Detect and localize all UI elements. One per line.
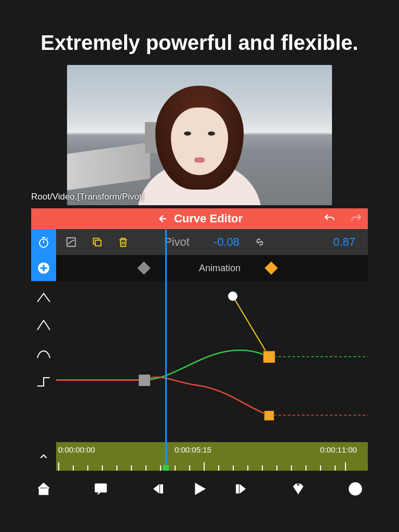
keyframe-marker-active[interactable] bbox=[264, 261, 277, 274]
premium-diamond-icon[interactable] bbox=[291, 482, 305, 496]
link-icon[interactable] bbox=[254, 236, 265, 248]
ruler-tick-minor bbox=[160, 466, 161, 471]
svg-rect-4 bbox=[96, 484, 107, 492]
add-keyframe-button[interactable] bbox=[31, 255, 56, 281]
bezier-interp-icon[interactable] bbox=[36, 348, 51, 360]
timecode-start: 0:00:00:00 bbox=[58, 445, 95, 454]
curve-editor-header: Curve Editor bbox=[31, 208, 368, 229]
keyframe-handle-start[interactable] bbox=[139, 375, 150, 386]
ruler-tick-minor bbox=[320, 466, 321, 471]
playhead-handle[interactable] bbox=[163, 465, 169, 471]
curve-graph-area bbox=[31, 281, 368, 442]
ruler-tick-minor bbox=[276, 466, 277, 471]
ruler-tick-minor bbox=[335, 466, 336, 471]
ruler-tick-minor bbox=[291, 466, 292, 471]
keyframe-handle-red[interactable] bbox=[264, 410, 274, 421]
video-preview[interactable] bbox=[67, 65, 332, 205]
keyframe-handle-green[interactable] bbox=[263, 351, 275, 363]
ruler-tick-minor bbox=[87, 466, 88, 471]
ruler-tick-minor bbox=[189, 466, 190, 471]
green-curve[interactable] bbox=[56, 350, 269, 380]
play-icon[interactable] bbox=[191, 481, 208, 497]
playhead-line[interactable] bbox=[165, 230, 167, 471]
marketing-heading: Extremely powerful and flexible. bbox=[0, 31, 399, 55]
step-back-icon[interactable] bbox=[151, 482, 165, 496]
ruler-tick-major bbox=[345, 462, 346, 471]
timecode-mid: 0:00:05:15 bbox=[175, 445, 211, 454]
red-curve[interactable] bbox=[56, 377, 269, 415]
ruler-tick-minor bbox=[305, 466, 307, 471]
home-icon[interactable] bbox=[36, 482, 51, 496]
keyframe-marker-inactive[interactable] bbox=[137, 261, 150, 274]
timeline-ruler-row: 0:00:00:00 0:00:05:15 0:00:11:00 bbox=[31, 442, 368, 471]
animation-keyframe-row: Animation bbox=[31, 255, 368, 281]
header-title: Curve Editor bbox=[174, 212, 243, 225]
bottom-toolbar bbox=[31, 476, 368, 502]
tangent-handle[interactable] bbox=[228, 291, 237, 301]
curve-graph-icon[interactable] bbox=[65, 236, 77, 248]
ruler-tick-minor bbox=[233, 466, 234, 471]
ruler-tick-minor bbox=[116, 466, 117, 471]
comments-icon[interactable] bbox=[94, 482, 108, 496]
copy-icon[interactable] bbox=[91, 236, 103, 248]
ruler-tick-major bbox=[58, 462, 59, 471]
ruler-tick-minor bbox=[218, 466, 219, 471]
timeline-ruler[interactable]: 0:00:00:00 0:00:05:15 0:00:11:00 bbox=[56, 442, 368, 471]
ruler-tick-minor bbox=[247, 466, 248, 471]
tangent-line[interactable] bbox=[233, 296, 269, 357]
animation-label: Animation bbox=[199, 263, 241, 274]
ruler-tick-minor bbox=[131, 466, 132, 471]
svg-rect-5 bbox=[161, 485, 163, 493]
linear-interp-icon[interactable] bbox=[36, 291, 51, 304]
timecode-end: 0:00:11:00 bbox=[320, 445, 357, 454]
ruler-tick-major bbox=[204, 462, 205, 471]
help-icon[interactable] bbox=[348, 482, 363, 496]
interpolation-tools bbox=[31, 281, 56, 442]
property-value-x[interactable]: -0.08 bbox=[214, 235, 240, 249]
step-forward-icon[interactable] bbox=[234, 482, 248, 496]
property-name: Pivot bbox=[164, 235, 190, 249]
preview-area: Root/Video.[Transform/Pivot] bbox=[31, 65, 368, 205]
property-value-y[interactable]: 0.87 bbox=[333, 235, 355, 249]
ease-interp-icon[interactable] bbox=[36, 320, 51, 332]
ruler-tick-minor bbox=[175, 466, 176, 471]
ruler-tick-minor bbox=[145, 466, 147, 471]
back-icon[interactable] bbox=[156, 213, 168, 224]
ruler-tick-minor bbox=[102, 466, 103, 471]
scene-figure bbox=[132, 70, 267, 205]
layer-path-breadcrumb: Root/Video.[Transform/Pivot] bbox=[31, 192, 144, 202]
curve-canvas[interactable] bbox=[56, 281, 368, 442]
property-options-row: Pivot -0.08 0.87 bbox=[31, 229, 368, 255]
trash-icon[interactable] bbox=[117, 236, 129, 248]
ruler-tick-minor bbox=[262, 466, 263, 471]
timer-tab[interactable] bbox=[31, 229, 56, 255]
ruler-expand-icon[interactable] bbox=[31, 442, 56, 471]
step-interp-icon[interactable] bbox=[36, 376, 51, 388]
redo-icon[interactable] bbox=[350, 212, 363, 225]
undo-icon[interactable] bbox=[323, 212, 336, 225]
ruler-tick-minor bbox=[73, 466, 74, 471]
svg-rect-6 bbox=[236, 485, 239, 493]
svg-rect-2 bbox=[95, 240, 101, 246]
